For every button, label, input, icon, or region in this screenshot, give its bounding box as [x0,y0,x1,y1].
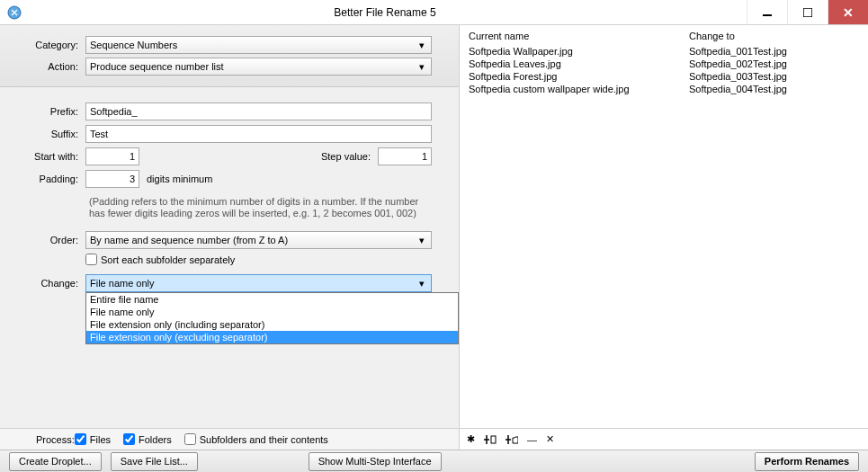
column-header-changeto[interactable]: Change to [689,31,859,41]
chevron-down-icon: ▾ [415,61,429,73]
preview-list: Softpedia Wallpaper.jpgSoftpedia_001Test… [460,45,868,95]
preview-row[interactable]: Softpedia Leaves.jpgSoftpedia_002Test.jp… [460,58,868,70]
perform-renames-button[interactable]: Perform Renames [755,452,859,471]
add-folder-icon[interactable] [506,434,518,445]
chevron-down-icon: ▾ [415,278,429,289]
change-label: Change: [0,278,85,289]
change-to: Softpedia_004Test.jpg [689,84,859,94]
prefix-label: Prefix: [0,106,85,117]
show-multistep-button[interactable]: Show Multi-Step Interface [309,452,442,471]
process-subfolders-checkbox[interactable]: Subfolders and their contents [184,433,328,445]
start-with-input[interactable] [85,147,139,165]
create-droplet-button[interactable]: Create Droplet... [9,452,102,471]
preview-row[interactable]: Softpedia Forest.jpgSoftpedia_003Test.jp… [460,70,868,83]
step-value-label: Step value: [321,151,371,162]
change-to: Softpedia_001Test.jpg [689,46,859,57]
order-label: Order: [0,235,85,245]
process-label: Process: [36,434,75,445]
sort-subfolder-checkbox[interactable]: Sort each subfolder separately [85,254,235,265]
current-name: Softpedia custom wallpaper wide.jpg [469,84,689,94]
change-option[interactable]: File name only [86,306,458,318]
process-files-checkbox[interactable]: Files [75,433,111,445]
remove-icon[interactable]: — [527,434,537,445]
gear-icon[interactable]: ✱ [467,433,475,445]
padding-label: Padding: [0,174,85,184]
save-file-list-button[interactable]: Save File List... [111,452,198,471]
app-icon [5,4,23,22]
action-select[interactable]: Produce sequence number list ▾ [85,58,432,76]
minimize-button[interactable] [747,0,787,24]
titlebar: Better File Rename 5 ✕ [0,0,868,25]
svg-rect-2 [803,8,812,17]
clear-icon[interactable]: ✕ [546,433,554,445]
close-button[interactable]: ✕ [828,0,868,24]
action-label: Action: [0,61,85,72]
suffix-input[interactable] [85,125,432,143]
settings-panel: Category: Sequence Numbers ▾ Action: Pro… [0,25,459,428]
change-to: Softpedia_002Test.jpg [689,58,859,69]
process-options: Process: Files Folders Subfolders and th… [0,428,459,450]
current-name: Softpedia Forest.jpg [469,71,689,82]
bottom-bar: Create Droplet... Save File List... Show… [0,450,868,472]
padding-suffix: digits minimum [147,174,212,184]
current-name: Softpedia Leaves.jpg [469,58,689,69]
change-dropdown-list: Entire file name File name only File ext… [85,292,459,344]
current-name: Softpedia Wallpaper.jpg [469,46,689,57]
list-toolbar: ✱ — ✕ [459,428,868,450]
process-folders-checkbox[interactable]: Folders [123,433,172,445]
suffix-label: Suffix: [0,129,85,139]
svg-rect-1 [763,14,772,16]
prefix-input[interactable] [85,102,432,120]
category-label: Category: [0,40,85,50]
category-select[interactable]: Sequence Numbers ▾ [85,36,432,54]
padding-help-text: (Padding refers to the minimum number of… [0,192,459,227]
order-select[interactable]: By name and sequence number (from Z to A… [85,231,432,249]
svg-rect-3 [491,436,496,443]
change-select[interactable]: File name only ▾ [85,274,432,292]
change-to: Softpedia_003Test.jpg [689,71,859,82]
change-option[interactable]: Entire file name [86,293,458,306]
step-value-input[interactable] [378,147,432,165]
add-file-icon[interactable] [484,434,497,445]
preview-row[interactable]: Softpedia Wallpaper.jpgSoftpedia_001Test… [460,45,868,58]
padding-input[interactable] [85,170,139,188]
maximize-button[interactable] [787,0,828,24]
preview-panel: Current name Change to Softpedia Wallpap… [459,25,868,428]
start-with-label: Start with: [0,151,85,162]
change-option[interactable]: File extension only (including separator… [86,318,458,331]
chevron-down-icon: ▾ [415,40,429,51]
column-header-current[interactable]: Current name [469,31,689,41]
preview-row[interactable]: Softpedia custom wallpaper wide.jpgSoftp… [460,83,868,95]
chevron-down-icon: ▾ [415,235,429,246]
window-title: Better File Rename 5 [23,6,747,19]
change-option[interactable]: File extension only (excluding separator… [86,331,458,343]
